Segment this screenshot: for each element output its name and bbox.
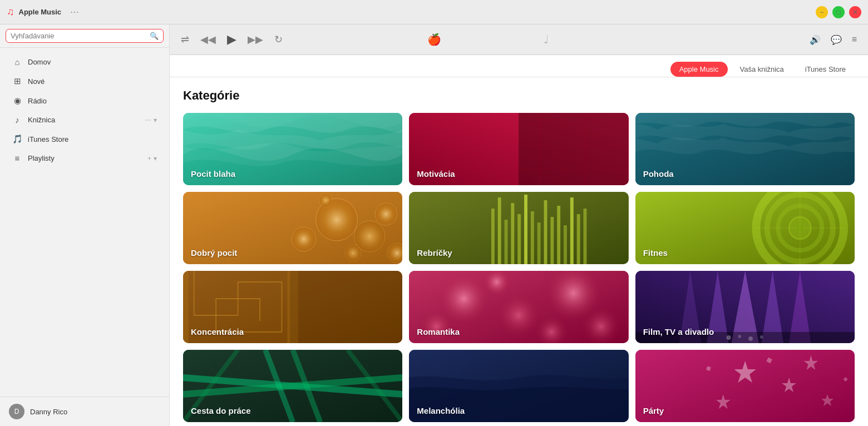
svg-point-76 bbox=[738, 335, 741, 338]
category-label-motivacia: Motivácia bbox=[417, 169, 455, 179]
svg-rect-87 bbox=[635, 350, 855, 422]
section-title: Kategórie bbox=[183, 88, 855, 103]
svg-rect-30 bbox=[537, 222, 541, 264]
sidebar-item-playlisty[interactable]: ≡ Playlisty + ▾ bbox=[3, 149, 166, 167]
svg-rect-25 bbox=[505, 220, 508, 264]
category-label-romantika: Romantika bbox=[417, 327, 460, 336]
tab-itunes-store[interactable]: iTunes Store bbox=[796, 62, 855, 77]
category-label-rebricky: Rebríčky bbox=[417, 248, 452, 257]
app-title: Apple Music bbox=[19, 8, 62, 16]
svg-point-19 bbox=[375, 203, 397, 225]
lyrics-button[interactable]: 💬 bbox=[831, 34, 842, 45]
svg-rect-32 bbox=[551, 217, 554, 264]
svg-rect-26 bbox=[511, 203, 515, 264]
sidebar-item-domov[interactable]: ⌂ Domov bbox=[3, 53, 166, 71]
svg-point-17 bbox=[292, 227, 315, 251]
user-name: Danny Rico bbox=[30, 408, 67, 416]
title-bar-more-button[interactable]: ⋯ bbox=[70, 7, 79, 17]
category-label-dobry-pocit: Dobrý pocit bbox=[191, 248, 237, 257]
sidebar: 🔍 ⌂ Domov ⊞ Nové ◉ Rádio ♪ Knižnica ⋯ ▾ bbox=[0, 24, 170, 426]
search-bar: 🔍 bbox=[0, 24, 169, 48]
library-icon: ♪ bbox=[12, 115, 22, 125]
sidebar-item-nove[interactable]: ⊞ Nové bbox=[3, 72, 166, 91]
title-bar: ♫ Apple Music ⋯ − □ ✕ bbox=[0, 0, 868, 24]
svg-rect-37 bbox=[584, 209, 587, 264]
svg-rect-24 bbox=[498, 197, 501, 264]
svg-point-75 bbox=[726, 335, 731, 340]
category-card-pocit-blaha[interactable]: Pocit blaha bbox=[183, 113, 402, 185]
music-note-icon: ♩ bbox=[544, 33, 549, 46]
svg-rect-31 bbox=[544, 200, 548, 264]
maximize-button[interactable]: □ bbox=[832, 6, 845, 18]
category-card-film-tv[interactable]: Film, TV a divadlo bbox=[635, 271, 855, 343]
svg-point-62 bbox=[497, 293, 541, 338]
category-card-party[interactable]: Párty bbox=[635, 350, 855, 422]
now-playing: ♩ bbox=[283, 33, 810, 46]
svg-rect-34 bbox=[564, 225, 567, 264]
category-card-dobry-pocit[interactable]: Dobrý pocit bbox=[183, 192, 402, 264]
queue-button[interactable]: ≡ bbox=[852, 34, 857, 44]
search-icon: 🔍 bbox=[150, 32, 159, 40]
playlist-chevron-icon[interactable]: ▾ bbox=[154, 155, 157, 162]
sidebar-item-label: Nové bbox=[28, 77, 157, 86]
sidebar-footer: D Danny Rico bbox=[0, 397, 169, 426]
library-chevron-icon[interactable]: ▾ bbox=[154, 116, 157, 124]
category-card-fitnes[interactable]: Fitnes bbox=[635, 192, 855, 264]
shuffle-button[interactable]: ⇌ bbox=[181, 33, 189, 46]
title-bar-left: ♫ Apple Music ⋯ bbox=[7, 6, 79, 18]
search-input[interactable] bbox=[11, 32, 146, 40]
player-bar: ⇌ ◀◀ ▶ ▶▶ ↻ ♩ 🍎 🔊 💬 ≡ bbox=[170, 24, 868, 55]
player-right-controls: 🔊 💬 ≡ bbox=[810, 34, 857, 45]
category-card-koncentracia[interactable]: Koncentrácia bbox=[183, 271, 402, 343]
svg-point-78 bbox=[760, 335, 763, 339]
apple-logo-icon: 🍎 bbox=[427, 33, 441, 46]
category-label-koncentracia: Koncentrácia bbox=[191, 327, 244, 336]
next-button[interactable]: ▶▶ bbox=[248, 33, 263, 46]
tab-apple-music[interactable]: Apple Music bbox=[670, 62, 728, 77]
category-label-pohoda: Pohoda bbox=[643, 169, 674, 179]
category-label-fitnes: Fitnes bbox=[643, 248, 668, 257]
nav-items: ⌂ Domov ⊞ Nové ◉ Rádio ♪ Knižnica ⋯ ▾ 🎵 bbox=[0, 48, 169, 397]
avatar: D bbox=[9, 404, 24, 419]
category-card-cesta-do-prace[interactable]: Cesta do práce bbox=[183, 350, 402, 422]
svg-point-77 bbox=[748, 336, 753, 341]
svg-rect-36 bbox=[577, 214, 580, 264]
volume-button[interactable]: 🔊 bbox=[810, 34, 821, 45]
sidebar-item-radio[interactable]: ◉ Rádio bbox=[3, 91, 166, 110]
svg-rect-27 bbox=[518, 214, 521, 264]
svg-rect-28 bbox=[524, 195, 527, 264]
svg-rect-0 bbox=[183, 113, 402, 185]
sidebar-item-label: iTunes Store bbox=[28, 135, 157, 143]
playlist-add-icon[interactable]: + bbox=[147, 155, 151, 162]
sidebar-item-label: Playlisty bbox=[28, 154, 142, 162]
category-label-cesta-do-prace: Cesta do práce bbox=[191, 406, 251, 415]
tab-vasa-kniznica[interactable]: Vaša knižnica bbox=[731, 62, 793, 77]
main-content: Kategórie Pocit blaha bbox=[170, 77, 868, 426]
playlist-actions: + ▾ bbox=[147, 155, 157, 162]
store-icon: 🎵 bbox=[12, 134, 22, 144]
category-label-melancholia: Melanchólia bbox=[417, 406, 465, 415]
svg-rect-33 bbox=[557, 206, 560, 264]
svg-point-20 bbox=[319, 194, 332, 207]
play-button[interactable]: ▶ bbox=[227, 32, 236, 47]
previous-button[interactable]: ◀◀ bbox=[200, 33, 216, 46]
category-card-motivacia[interactable]: Motivácia bbox=[409, 113, 628, 185]
header-tabs: Apple Music Vaša knižnica iTunes Store bbox=[170, 55, 868, 77]
sidebar-item-kniznica[interactable]: ♪ Knižnica ⋯ ▾ bbox=[3, 111, 166, 129]
app-logo-icon: ♫ bbox=[7, 6, 14, 18]
minimize-button[interactable]: − bbox=[816, 6, 828, 18]
svg-rect-23 bbox=[491, 209, 495, 264]
category-card-pohoda[interactable]: Pohoda bbox=[635, 113, 855, 185]
svg-rect-29 bbox=[531, 211, 534, 264]
player-controls: ⇌ ◀◀ ▶ ▶▶ ↻ bbox=[181, 32, 283, 47]
category-card-rebricky[interactable]: Rebríčky bbox=[409, 192, 628, 264]
close-button[interactable]: ✕ bbox=[849, 6, 861, 18]
library-more-icon[interactable]: ⋯ bbox=[145, 116, 151, 124]
repeat-button[interactable]: ↻ bbox=[274, 33, 283, 46]
category-card-melancholia[interactable]: Melanchólia bbox=[409, 350, 628, 422]
sidebar-item-itunes-store[interactable]: 🎵 iTunes Store bbox=[3, 130, 166, 148]
grid-icon: ⊞ bbox=[12, 76, 22, 86]
sidebar-item-label: Knižnica bbox=[28, 116, 139, 124]
svg-rect-59 bbox=[290, 271, 402, 343]
category-card-romantika[interactable]: Romantika bbox=[409, 271, 628, 343]
